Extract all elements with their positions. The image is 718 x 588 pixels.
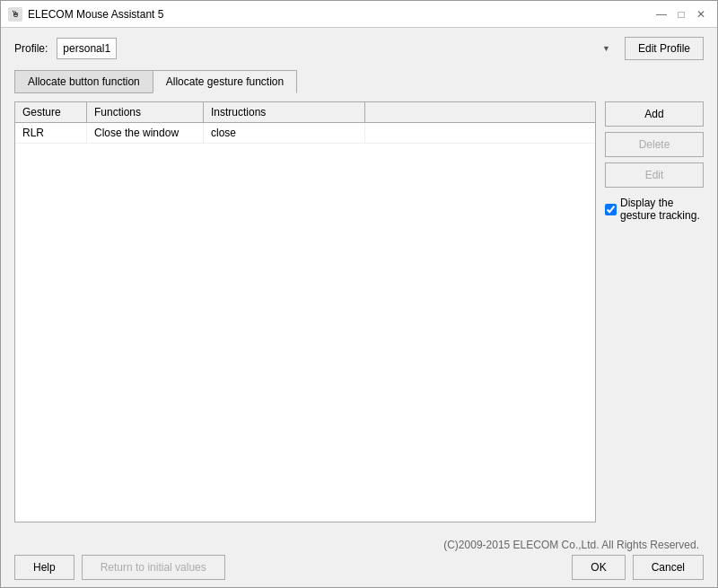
profile-select-wrapper: personal1 [57,38,616,59]
table-row[interactable]: RLR Close the window close [15,123,595,144]
help-button[interactable]: Help [14,555,74,580]
cell-instructions: close [204,123,365,143]
tab-allocate-gesture-label: Allocate gesture function [166,75,284,88]
copyright-text: (C)2009-2015 ELECOM Co.,Ltd. All Rights … [443,539,699,551]
maximize-button[interactable]: □ [672,5,690,23]
cell-gesture: RLR [15,123,87,143]
side-buttons-panel: Add Delete Edit Display the gesture trac… [605,101,704,522]
footer: (C)2009-2015 ELECOM Co.,Ltd. All Rights … [1,531,717,587]
gesture-tracking-row: Display the gesture tracking. [605,197,704,222]
add-button[interactable]: Add [605,101,704,127]
col-header-gesture: Gesture [15,102,87,122]
profile-select[interactable]: personal1 [57,38,117,59]
col-header-extra [365,102,595,122]
gesture-tracking-checkbox[interactable] [605,204,617,215]
gesture-tracking-label[interactable]: Display the gesture tracking. [620,197,704,222]
delete-button[interactable]: Delete [605,132,704,157]
main-area: Gesture Functions Instructions RLR Close… [14,101,704,522]
edit-button[interactable]: Edit [605,162,704,188]
table-body: RLR Close the window close [15,123,595,522]
window-content: Profile: personal1 Edit Profile Allocate… [1,28,717,531]
cancel-button[interactable]: Cancel [633,555,704,580]
footer-left: Help Return to initial values [14,555,225,580]
tabs-container: Allocate button function Allocate gestur… [14,69,704,92]
copyright-bar: (C)2009-2015 ELECOM Co.,Ltd. All Rights … [14,539,704,551]
table-header: Gesture Functions Instructions [15,102,595,123]
edit-profile-button[interactable]: Edit Profile [625,37,704,60]
return-to-initial-button[interactable]: Return to initial values [82,555,225,580]
col-header-instructions: Instructions [204,102,365,122]
footer-buttons: Help Return to initial values OK Cancel [14,555,704,580]
footer-right: OK Cancel [572,555,704,580]
tab-allocate-button-label: Allocate button function [28,75,140,88]
window-title: ELECOM Mouse Assistant 5 [28,8,163,21]
minimize-button[interactable]: — [652,5,670,23]
cell-extra [365,123,595,143]
main-window: 🖱 ELECOM Mouse Assistant 5 — □ ✕ Profile… [0,0,718,588]
title-bar: 🖱 ELECOM Mouse Assistant 5 — □ ✕ [1,1,717,28]
close-button[interactable]: ✕ [692,5,710,23]
ok-button[interactable]: OK [572,555,625,580]
gesture-table: Gesture Functions Instructions RLR Close… [14,101,596,522]
title-bar-controls: — □ ✕ [652,5,710,23]
col-header-functions: Functions [87,102,204,122]
tab-allocate-button[interactable]: Allocate button function [14,70,153,93]
app-icon: 🖱 [8,7,22,22]
tab-allocate-gesture[interactable]: Allocate gesture function [153,70,297,93]
profile-label: Profile: [14,42,48,55]
cell-functions: Close the window [87,123,204,143]
title-bar-left: 🖱 ELECOM Mouse Assistant 5 [8,7,163,22]
profile-row: Profile: personal1 Edit Profile [14,37,704,60]
